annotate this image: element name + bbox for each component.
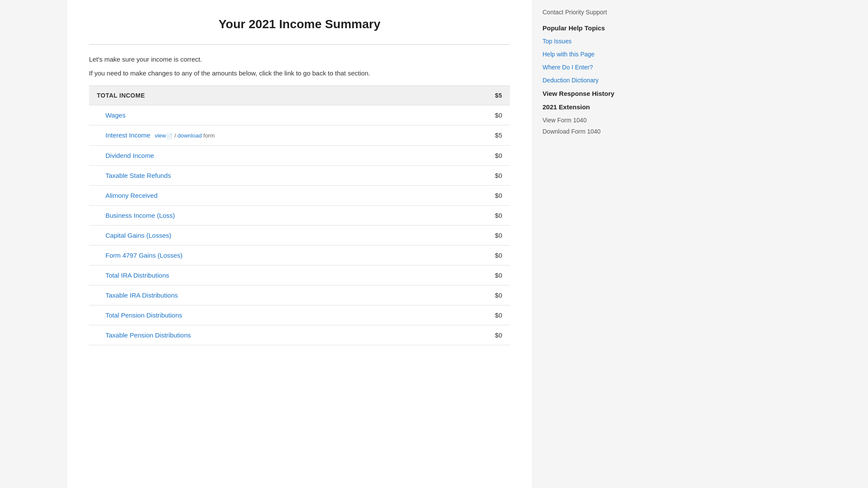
- income-item-amount: $0: [448, 105, 510, 125]
- help-item-link[interactable]: Deduction Dictionary: [542, 77, 655, 84]
- income-table: TOTAL INCOME $5 Wages$0Interest Incomevi…: [89, 85, 510, 345]
- table-row: Business Income (Loss)$0: [89, 205, 510, 225]
- help-item-link[interactable]: Top Issues: [542, 38, 655, 45]
- right-sidebar: Contact Priority Support Popular Help To…: [532, 0, 666, 488]
- table-row: Capital Gains (Losses)$0: [89, 225, 510, 245]
- income-item-label: Interest Incomeview📄 / download form: [89, 125, 448, 146]
- popular-help-title: Popular Help Topics: [542, 24, 655, 32]
- download-form-link[interactable]: download: [178, 132, 202, 139]
- income-item-amount: $0: [448, 265, 510, 285]
- view-form-link[interactable]: view: [155, 132, 166, 139]
- income-item-link[interactable]: Taxable Pension Distributions: [105, 331, 191, 339]
- title-divider: [89, 44, 510, 45]
- left-sidebar: [0, 0, 67, 488]
- income-item-amount: $0: [448, 145, 510, 165]
- income-item-label: Total IRA Distributions: [89, 265, 448, 285]
- income-item-label: Taxable State Refunds: [89, 165, 448, 185]
- income-item-label: Business Income (Loss): [89, 205, 448, 225]
- income-item-amount: $0: [448, 205, 510, 225]
- income-item-link[interactable]: Taxable State Refunds: [105, 172, 171, 179]
- table-row: Form 4797 Gains (Losses)$0: [89, 245, 510, 265]
- form-1040-link[interactable]: View Form 1040: [542, 117, 655, 124]
- income-item-amount: $0: [448, 165, 510, 185]
- table-row: Dividend Income$0: [89, 145, 510, 165]
- extension-title: 2021 Extension: [542, 103, 655, 111]
- income-item-amount: $0: [448, 185, 510, 205]
- form-links-group: view📄 / download form: [155, 132, 214, 139]
- income-item-amount: $5: [448, 125, 510, 146]
- view-response-history-link[interactable]: View Response History: [542, 90, 655, 97]
- total-income-amount: $5: [448, 86, 510, 105]
- intro-text-2: If you need to make changes to any of th…: [89, 69, 510, 77]
- income-item-amount: $0: [448, 305, 510, 325]
- help-item-link[interactable]: Help with this Page: [542, 51, 655, 58]
- help-item-link[interactable]: Where Do I Enter?: [542, 64, 655, 71]
- income-item-label: Taxable Pension Distributions: [89, 325, 448, 345]
- page-title: Your 2021 Income Summary: [89, 17, 510, 31]
- income-item-label: Taxable IRA Distributions: [89, 285, 448, 305]
- intro-text-1: Let's make sure your income is correct.: [89, 56, 510, 63]
- income-item-label: Total Pension Distributions: [89, 305, 448, 325]
- main-content: Your 2021 Income Summary Let's make sure…: [67, 0, 532, 488]
- income-item-amount: $0: [448, 225, 510, 245]
- income-item-link[interactable]: Business Income (Loss): [105, 212, 175, 219]
- income-item-link[interactable]: Alimony Received: [105, 192, 158, 199]
- table-row: Taxable State Refunds$0: [89, 165, 510, 185]
- income-item-link[interactable]: Total IRA Distributions: [105, 272, 169, 279]
- table-row: Interest Incomeview📄 / download form$5: [89, 125, 510, 146]
- income-item-link[interactable]: Dividend Income: [105, 152, 154, 159]
- table-row: Total Pension Distributions$0: [89, 305, 510, 325]
- income-item-label: Dividend Income: [89, 145, 448, 165]
- income-item-label: Alimony Received: [89, 185, 448, 205]
- table-header-row: TOTAL INCOME $5: [89, 86, 510, 105]
- income-item-link[interactable]: Taxable IRA Distributions: [105, 291, 178, 299]
- contact-priority-support-link[interactable]: Contact Priority Support: [542, 9, 655, 16]
- income-item-label: Capital Gains (Losses): [89, 225, 448, 245]
- table-row: Total IRA Distributions$0: [89, 265, 510, 285]
- table-row: Alimony Received$0: [89, 185, 510, 205]
- income-item-link[interactable]: Interest Income: [105, 131, 150, 139]
- income-item-link[interactable]: Form 4797 Gains (Losses): [105, 252, 183, 259]
- income-item-label: Form 4797 Gains (Losses): [89, 245, 448, 265]
- table-row: Taxable Pension Distributions$0: [89, 325, 510, 345]
- income-item-link[interactable]: Wages: [105, 111, 125, 119]
- total-income-header: TOTAL INCOME: [89, 86, 448, 105]
- income-item-amount: $0: [448, 245, 510, 265]
- income-item-link[interactable]: Total Pension Distributions: [105, 311, 182, 319]
- form-1040-link[interactable]: Download Form 1040: [542, 128, 655, 135]
- income-item-amount: $0: [448, 285, 510, 305]
- table-row: Taxable IRA Distributions$0: [89, 285, 510, 305]
- table-row: Wages$0: [89, 105, 510, 125]
- income-item-amount: $0: [448, 325, 510, 345]
- pdf-icon: 📄: [166, 133, 172, 139]
- income-item-link[interactable]: Capital Gains (Losses): [105, 232, 171, 239]
- income-item-label: Wages: [89, 105, 448, 125]
